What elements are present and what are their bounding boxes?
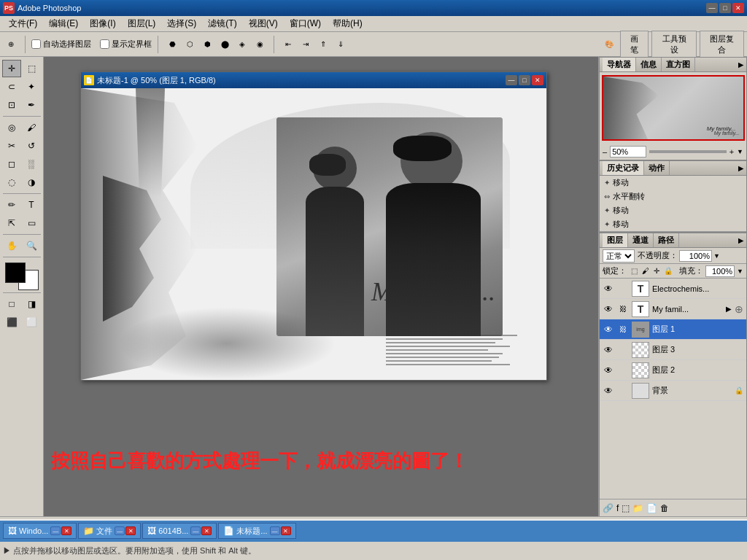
align-mid-icon[interactable]: ◈ [234, 36, 250, 52]
presets-button[interactable]: 工具预设 [651, 31, 696, 58]
history-item-4[interactable]: ✦ 移动 [600, 217, 746, 231]
select-tool[interactable]: ⬚ [22, 60, 41, 77]
navigator-tab[interactable]: 导航器 [603, 58, 636, 71]
auto-select-input[interactable] [31, 39, 41, 49]
lasso-tool[interactable]: ⊂ [2, 78, 21, 96]
layer-chain-layer1[interactable]: ⛓ [617, 324, 629, 335]
taskitem-windo-close[interactable]: ✕ [61, 526, 71, 535]
align-left-icon[interactable]: ⬣ [164, 36, 180, 52]
layer-item-background[interactable]: 👁 背景 🔒 [600, 381, 746, 401]
dodge-tool[interactable]: ◑ [22, 174, 41, 191]
actions-tab[interactable]: 动作 [644, 161, 670, 175]
eraser-tool[interactable]: ◻ [2, 155, 21, 173]
show-bounds-input[interactable] [100, 39, 109, 49]
layer-eye-background[interactable]: 👁 [603, 385, 614, 397]
doc-close[interactable]: ✕ [532, 75, 543, 85]
hand-tool[interactable]: ✋ [2, 237, 21, 254]
layer-chain-myfamily[interactable]: ⛓ [617, 303, 629, 315]
menu-edit[interactable]: 编辑(E) [43, 16, 84, 31]
taskitem-untitled-min[interactable]: — [270, 526, 280, 535]
layer-eye-myfamily[interactable]: 👁 [603, 303, 614, 315]
zoom-minus-icon[interactable]: – [603, 147, 607, 156]
align-right-icon[interactable]: ⬢ [199, 36, 215, 52]
menu-window[interactable]: 窗口(W) [284, 16, 327, 31]
dist1-icon[interactable]: ⇤ [280, 36, 296, 52]
opacity-arrow[interactable]: ▼ [713, 252, 720, 260]
lock-transparent-icon[interactable]: ⬚ [631, 267, 638, 275]
brush-tool[interactable]: 🖌 [22, 119, 41, 136]
opacity-input[interactable] [679, 250, 712, 262]
history-item-3[interactable]: ✦ 移动 [600, 203, 746, 217]
path-select[interactable]: ⇱ [2, 214, 21, 232]
doc-minimize[interactable]: — [506, 75, 517, 85]
crop-tool[interactable]: ⊡ [2, 96, 21, 114]
screen-mode-btns[interactable]: ⬛ [2, 314, 21, 331]
delete-layer-btn[interactable]: 🗑 [660, 503, 669, 513]
taskitem-untitled[interactable]: 📄 未标题... — ✕ [218, 523, 295, 539]
zoom-tool[interactable]: 🔍 [22, 237, 41, 254]
menu-file[interactable]: 文件(F) [3, 16, 43, 31]
quickmask-mode[interactable]: ◨ [22, 295, 41, 313]
history-brush[interactable]: ↺ [22, 137, 41, 155]
brush-button[interactable]: 画笔 [620, 31, 649, 58]
dist4-icon[interactable]: ⇓ [333, 36, 349, 52]
history-item-1[interactable]: ✦ 移动 [600, 176, 746, 190]
palette-icon[interactable]: 🎨 [601, 36, 617, 52]
info-tab[interactable]: 信息 [636, 58, 662, 71]
menu-view[interactable]: 视图(V) [243, 16, 284, 31]
new-group-btn[interactable]: 📁 [632, 503, 643, 513]
menu-filter[interactable]: 滤镜(T) [202, 16, 242, 31]
paths-tab[interactable]: 路径 [654, 233, 679, 247]
layer-item-electrochemis[interactable]: 👁 T Electrochemis... [600, 279, 746, 299]
blur-tool[interactable]: ◌ [2, 174, 21, 191]
layer-eye-electrochemis[interactable]: 👁 [603, 283, 614, 295]
histogram-tab[interactable]: 直方图 [662, 58, 695, 71]
layers-comp-button[interactable]: 图层复合 [700, 31, 744, 58]
zoom-input[interactable] [610, 146, 646, 158]
imagereday-mode[interactable]: ⬜ [22, 314, 41, 331]
navigator-panel-header[interactable]: 导航器 信息 直方图 ▶ [600, 58, 746, 72]
align-bottom-icon[interactable]: ◉ [252, 36, 268, 52]
taskitem-60148-close[interactable]: ✕ [201, 526, 212, 535]
history-panel-header[interactable]: 历史记录 动作 ▶ [600, 161, 746, 176]
add-style-btn[interactable]: f [616, 503, 619, 513]
document-canvas[interactable]: My family... [81, 88, 546, 380]
zoom-dropdown-icon[interactable]: ▼ [737, 148, 743, 155]
healing-brush[interactable]: ◎ [2, 119, 21, 136]
taskitem-file[interactable]: 📁 文件 — ✕ [78, 523, 141, 539]
taskitem-60148[interactable]: 🖼 6014B... — ✕ [142, 523, 217, 539]
history-item-2[interactable]: ⇔ 水平翻转 [600, 190, 746, 203]
layer-item-layer3[interactable]: 👁 图层 3 [600, 340, 746, 360]
fill-input[interactable] [705, 265, 735, 277]
foreground-color-swatch[interactable] [5, 262, 26, 283]
fill-arrow[interactable]: ▼ [737, 268, 743, 275]
layers-panel-header[interactable]: 图层 通道 路径 ▶ [600, 233, 746, 248]
align-center-icon[interactable]: ⬡ [182, 36, 198, 52]
auto-select-checkbox[interactable]: 自动选择图层 [31, 39, 91, 50]
standard-mode[interactable]: □ [2, 295, 21, 313]
gradient-tool[interactable]: ░ [22, 155, 41, 173]
layer-eye-layer2[interactable]: 👁 [603, 365, 614, 376]
align-top-icon[interactable]: ⬤ [217, 36, 233, 52]
zoom-plus-icon[interactable]: + [729, 147, 734, 156]
shape-tool[interactable]: ▭ [22, 214, 41, 232]
text-tool[interactable]: T [22, 196, 41, 214]
layers-panel-arrow[interactable]: ▶ [738, 237, 743, 244]
dist2-icon[interactable]: ⇥ [298, 36, 314, 52]
eyedropper[interactable]: ✒ [22, 96, 41, 114]
new-layer-btn[interactable]: 📄 [646, 503, 657, 513]
add-mask-btn[interactable]: ⬚ [622, 503, 630, 513]
layer-item-layer2[interactable]: 👁 图层 2 [600, 360, 746, 381]
magic-wand[interactable]: ✦ [22, 78, 41, 96]
link-layers-btn[interactable]: 🔗 [603, 503, 614, 513]
taskitem-untitled-close[interactable]: ✕ [281, 526, 291, 535]
taskitem-windo-min[interactable]: — [50, 526, 61, 535]
move-tool-icon[interactable]: ⊕ [3, 36, 19, 52]
history-tab[interactable]: 历史记录 [603, 161, 644, 175]
history-panel-arrow[interactable]: ▶ [738, 165, 743, 172]
clone-stamp[interactable]: ✂ [2, 137, 21, 155]
minimize-button[interactable]: — [706, 3, 718, 13]
menu-image[interactable]: 图像(I) [84, 16, 121, 31]
pen-tool[interactable]: ✏ [2, 196, 21, 214]
taskitem-file-close[interactable]: ✕ [125, 526, 136, 535]
